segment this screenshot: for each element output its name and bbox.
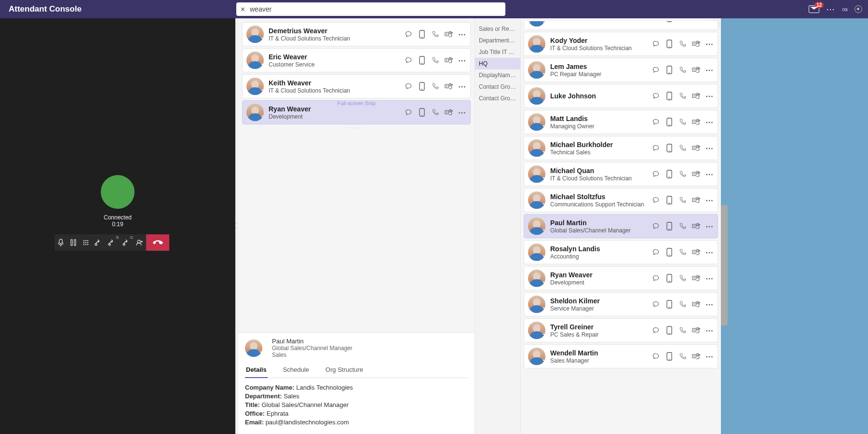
clear-search-icon[interactable]: ✕	[240, 6, 246, 13]
hangup-button[interactable]	[146, 234, 169, 251]
contact-row[interactable]: Eric Weaver Customer Service T ⋯	[242, 48, 471, 72]
contact-row[interactable]: Paul Martin Global Sales/Channel Manager…	[524, 214, 718, 238]
contact-row[interactable]: Matt Landis Managing Owner T ⋯	[524, 110, 718, 134]
consult-transfer-button[interactable]: C	[119, 234, 134, 251]
chat-icon[interactable]	[651, 222, 660, 231]
more-icon[interactable]: ⋯	[705, 92, 714, 101]
more-icon[interactable]: ⋯	[705, 222, 714, 231]
phone-icon[interactable]	[678, 118, 687, 126]
mobile-icon[interactable]	[665, 300, 674, 309]
more-icon[interactable]: ⋯	[458, 56, 466, 65]
transfer-button[interactable]	[92, 234, 105, 251]
chat-icon[interactable]	[651, 274, 660, 283]
mobile-icon[interactable]	[665, 326, 674, 335]
contact-row[interactable]: Demetrius Weaver IT & Cloud Solutions Te…	[242, 22, 471, 46]
teams-icon[interactable]: T	[445, 56, 453, 65]
mobile-icon[interactable]	[665, 118, 674, 126]
mute-button[interactable]	[54, 234, 67, 251]
chat-icon[interactable]	[404, 108, 413, 117]
teams-icon[interactable]: T	[692, 118, 701, 126]
phone-icon[interactable]	[431, 56, 440, 65]
phone-icon[interactable]	[678, 248, 687, 257]
more-icon[interactable]: ⋯	[705, 274, 714, 283]
phone-icon[interactable]	[678, 21, 687, 22]
tab-schedule[interactable]: Schedule	[282, 363, 310, 378]
mobile-icon[interactable]	[665, 352, 674, 361]
chat-icon[interactable]	[651, 300, 660, 309]
chat-icon[interactable]	[651, 92, 660, 100]
search-box[interactable]: ✕	[236, 2, 505, 16]
phone-icon[interactable]	[431, 108, 440, 117]
chat-icon[interactable]	[651, 196, 660, 204]
filter-item[interactable]: Sales or Retail ...	[475, 23, 520, 35]
teams-icon[interactable]: T	[692, 92, 701, 100]
teams-icon[interactable]: T	[692, 21, 701, 22]
contact-row[interactable]: Michael Burkholder Technical Sales T ⋯	[524, 136, 718, 160]
mobile-icon[interactable]	[665, 40, 674, 48]
teams-icon[interactable]: T	[692, 222, 701, 231]
phone-icon[interactable]	[678, 326, 687, 335]
tab-details[interactable]: Details	[245, 363, 268, 378]
teams-icon[interactable]: T	[692, 326, 701, 335]
mobile-icon[interactable]	[418, 82, 426, 91]
more-icon[interactable]: ⋯	[705, 170, 714, 179]
teams-icon[interactable]: T	[692, 248, 701, 257]
chat-icon[interactable]	[651, 66, 660, 74]
more-icon[interactable]: ⋯	[705, 66, 714, 75]
contact-row[interactable]: Kody Yoder IT & Cloud Solutions Technici…	[524, 32, 718, 56]
phone-icon[interactable]	[678, 300, 687, 309]
chat-icon[interactable]	[651, 170, 660, 178]
more-icon[interactable]: ⋯	[705, 40, 714, 49]
contact-row[interactable]: Full-screen Snip Ryan Weaver Development…	[242, 100, 471, 124]
mobile-icon[interactable]	[665, 170, 674, 178]
more-icon[interactable]: ⋯	[705, 326, 714, 335]
chat-icon[interactable]	[651, 40, 660, 48]
more-icon[interactable]: ⋯	[458, 82, 466, 91]
search-input[interactable]	[250, 5, 502, 13]
mobile-icon[interactable]	[665, 222, 674, 231]
teams-icon[interactable]: T	[692, 170, 701, 178]
mobile-icon[interactable]	[665, 21, 674, 22]
chat-icon[interactable]	[651, 144, 660, 152]
phone-icon[interactable]	[678, 274, 687, 283]
contact-row[interactable]: Michael Quan IT & Cloud Solutions Techni…	[524, 162, 718, 186]
phone-icon[interactable]	[678, 170, 687, 178]
contact-row[interactable]: Keith Weaver IT & Cloud Solutions Techni…	[242, 74, 471, 98]
filter-item[interactable]: Job Title IT Ad...	[475, 46, 520, 58]
more-icon[interactable]: ⋯	[705, 196, 714, 205]
chat-icon[interactable]	[404, 30, 413, 39]
teams-icon[interactable]: T	[692, 66, 701, 74]
mobile-icon[interactable]	[665, 196, 674, 204]
teams-icon[interactable]: T	[692, 144, 701, 152]
add-participant-button[interactable]	[134, 234, 146, 251]
contact-row[interactable]: Tyrell Greiner PC Sales & Repair T ⋯	[524, 318, 718, 342]
teams-icon[interactable]: T	[692, 196, 701, 204]
more-icon[interactable]: ⋯	[705, 352, 714, 361]
filter-item[interactable]: Contact Group1	[475, 81, 520, 93]
chat-icon[interactable]	[651, 118, 660, 126]
mobile-icon[interactable]	[418, 30, 426, 39]
teams-icon[interactable]: T	[445, 108, 453, 117]
chat-icon[interactable]	[404, 82, 413, 91]
contact-row[interactable]: Michael Stoltzfus Communications Support…	[524, 188, 718, 212]
phone-icon[interactable]	[678, 92, 687, 100]
teams-icon[interactable]: T	[692, 300, 701, 309]
chat-icon[interactable]	[651, 326, 660, 335]
phone-icon[interactable]	[678, 66, 687, 74]
mail-icon[interactable]: 12	[809, 5, 819, 13]
phone-icon[interactable]	[678, 222, 687, 231]
horizontal-splitter[interactable]: ⋯⋯⋯	[238, 126, 475, 129]
app-scrollbar-thumb[interactable]	[721, 205, 728, 326]
teams-icon[interactable]: T	[445, 30, 453, 39]
filter-item[interactable]: HQ	[475, 58, 520, 69]
chat-icon[interactable]	[404, 56, 413, 65]
filter-item[interactable]: Department M...	[475, 35, 520, 46]
phone-icon[interactable]	[678, 196, 687, 204]
contact-row[interactable]: Luke Johnson T ⋯	[524, 84, 718, 108]
mobile-icon[interactable]	[418, 56, 426, 65]
more-icon[interactable]: ⋯	[458, 108, 466, 117]
more-icon[interactable]: ⋯	[705, 144, 714, 153]
mobile-icon[interactable]	[665, 248, 674, 257]
more-icon[interactable]: ⋯	[705, 300, 714, 309]
header-more-icon[interactable]: ⋯	[826, 5, 835, 14]
